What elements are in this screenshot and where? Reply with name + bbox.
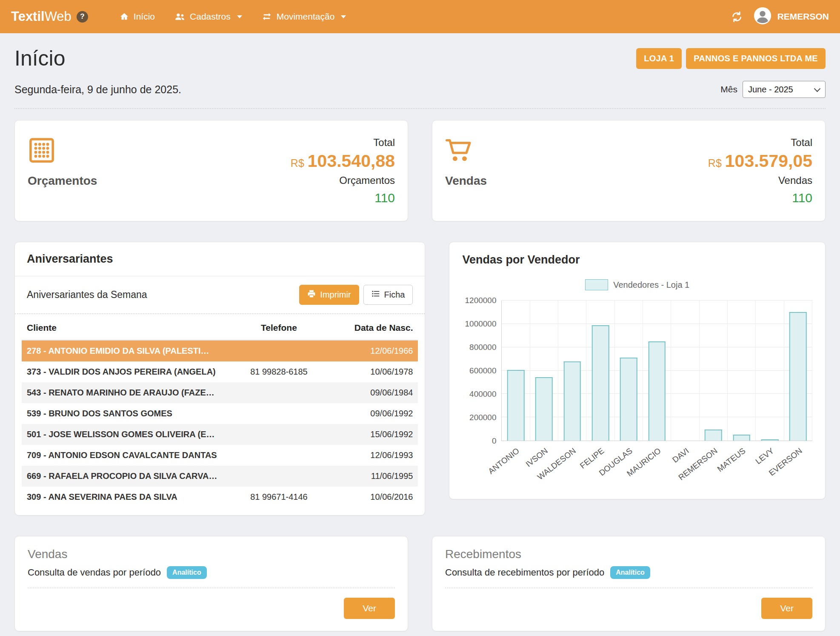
- list-icon: [371, 289, 380, 300]
- bar-douglas: [620, 358, 637, 441]
- birthday-row[interactable]: 709 - ANTONIO EDSON CAVALCANTE DANTAS12/…: [22, 445, 418, 466]
- y-tick-label: 600000: [469, 366, 496, 375]
- ver-vendas-button[interactable]: Ver: [344, 598, 395, 619]
- chevron-down-icon: [237, 15, 242, 18]
- birthdays-panel: Aniversariantes Aniversariantes da Seman…: [14, 242, 425, 516]
- bar-antonio: [507, 370, 525, 441]
- nav-item-cadastros[interactable]: Cadastros: [166, 6, 251, 27]
- ver-recebimentos-button[interactable]: Ver: [761, 598, 812, 619]
- refresh-icon[interactable]: [731, 11, 743, 23]
- company-button[interactable]: PANNOS E PANNOS LTDA ME: [686, 48, 826, 69]
- y-tick-label: 1200000: [465, 296, 497, 305]
- orcamentos-card: Orçamentos Total R$103.540,88 Orçamentos…: [14, 120, 408, 221]
- chart-slot: [586, 301, 614, 441]
- birthday-row[interactable]: 543 - RENATO MARINHO DE ARAUJO (FAZE…09/…: [22, 382, 418, 403]
- birthday-row[interactable]: 539 - BRUNO DOS SANTOS GOMES09/06/1992: [22, 403, 418, 424]
- birthdate-cell: 09/06/1992: [332, 409, 413, 418]
- birthday-row[interactable]: 373 - VALDIR DOS ANJOS PEREIRA (ANGELA)8…: [22, 361, 418, 382]
- report-description: Consulta de recebimentos por período: [445, 567, 604, 578]
- client-cell: 278 - ANTONIO EMIDIO DA SILVA (PALESTI…: [27, 346, 226, 356]
- phone-cell: 81 99671-4146: [226, 492, 332, 502]
- bar-waldeson: [564, 361, 581, 441]
- ficha-button[interactable]: Ficha: [363, 285, 413, 305]
- client-cell: 669 - RAFAELA PROCOPIO DA SILVA CARVA…: [27, 471, 226, 481]
- analitico-badge: Analítico: [167, 566, 207, 579]
- chart-slot: [700, 301, 728, 441]
- help-icon[interactable]: ?: [77, 11, 88, 23]
- birthdate-cell: 09/06/1984: [332, 388, 413, 398]
- chart-slot: [784, 301, 812, 441]
- report-title: Vendas: [28, 547, 395, 561]
- bar-everson: [789, 312, 807, 441]
- divider: [14, 108, 826, 109]
- month-select[interactable]: June - 2025: [743, 81, 826, 98]
- page-title: Início: [14, 46, 66, 71]
- birthdate-cell: 10/06/1978: [332, 367, 413, 377]
- brand-text: TextilWeb: [11, 9, 71, 24]
- chart-slot: [728, 301, 756, 441]
- birthdate-cell: 15/06/1992: [332, 430, 413, 439]
- client-cell: 543 - RENATO MARINHO DE ARAUJO (FAZE…: [27, 388, 226, 398]
- user-menu[interactable]: REMERSON: [754, 7, 829, 27]
- column-data-nasc: Data de Nasc.: [332, 323, 413, 333]
- bar-chart: Vendedores - Loja 1 02000004000006000008…: [449, 269, 825, 499]
- report-description: Consulta de vendas por período: [28, 567, 161, 578]
- print-button[interactable]: Imprimir: [299, 285, 359, 305]
- analitico-badge: Analítico: [610, 566, 650, 579]
- chart-slot: [502, 301, 530, 441]
- birthday-row[interactable]: 278 - ANTONIO EMIDIO DA SILVA (PALESTI…1…: [22, 341, 418, 361]
- phone-cell: 81 99828-6185: [226, 367, 332, 377]
- chart-y-axis: 020000040000060000080000010000001200000: [462, 301, 501, 441]
- nav-item-label: Cadastros: [190, 11, 231, 22]
- column-cliente: Cliente: [27, 323, 226, 333]
- client-cell: 309 - ANA SEVERINA PAES DA SILVA: [27, 492, 226, 502]
- navbar-right: REMERSON: [731, 7, 829, 27]
- stat-value: R$103.579,05: [708, 150, 812, 172]
- birthday-row[interactable]: 669 - RAFAELA PROCOPIO DA SILVA CARVA…11…: [22, 466, 418, 487]
- y-tick-label: 400000: [469, 390, 496, 399]
- bar-mauricio: [649, 341, 666, 441]
- birthday-row[interactable]: 309 - ANA SEVERINA PAES DA SILVA81 99671…: [22, 487, 418, 507]
- legend-swatch: [585, 279, 608, 290]
- brand-logo[interactable]: TextilWeb ?: [11, 9, 88, 24]
- birthdate-cell: 12/06/1966: [332, 346, 413, 356]
- report-title: Recebimentos: [445, 547, 812, 561]
- client-cell: 501 - JOSE WELISSON GOMES OLIVEIRA (E…: [27, 430, 226, 439]
- stat-count: 110: [708, 189, 812, 206]
- client-cell: 709 - ANTONIO EDSON CAVALCANTE DANTAS: [27, 450, 226, 460]
- bar-mateus: [733, 435, 751, 441]
- birthdate-cell: 11/06/1995: [332, 471, 413, 481]
- current-date: Segunda-feira, 9 de junho de 2025.: [14, 83, 181, 96]
- user-name: REMERSON: [777, 11, 829, 22]
- chart-legend[interactable]: Vendedores - Loja 1: [462, 279, 812, 290]
- stat-label: Orçamentos: [28, 174, 97, 188]
- home-icon: [120, 12, 129, 21]
- x-slot: MATEUS: [728, 441, 756, 486]
- chart-x-axis: ANTONIOIVSONWALDESONFELIPEDOUGLASMAURICI…: [501, 441, 812, 486]
- x-tick-label: ANTONIO: [487, 446, 521, 476]
- chart-slot: [530, 301, 558, 441]
- y-tick-label: 800000: [469, 343, 496, 352]
- vendas-report-card: Vendas Consulta de vendas por período An…: [14, 536, 408, 631]
- birthday-row[interactable]: 501 - JOSE WELISSON GOMES OLIVEIRA (E…15…: [22, 424, 418, 445]
- birthdays-subtitle: Aniversariantes da Semana: [27, 289, 147, 301]
- chevron-down-icon: [341, 15, 346, 18]
- bar-remerson: [705, 430, 722, 441]
- exchange-icon: [262, 12, 272, 21]
- recebimentos-report-card: Recebimentos Consulta de recebimentos po…: [432, 536, 826, 631]
- x-tick-label: DAVI: [671, 446, 691, 465]
- birthdays-table: Cliente Telefone Data de Nasc. 278 - ANT…: [15, 314, 425, 515]
- store-button[interactable]: LOJA 1: [636, 48, 682, 69]
- column-telefone: Telefone: [226, 323, 332, 333]
- users-icon: [174, 12, 185, 21]
- birthdate-cell: 10/06/2016: [332, 492, 413, 502]
- bar-ivson: [535, 377, 553, 441]
- birthdate-cell: 12/06/1993: [332, 450, 413, 460]
- cart-icon: [445, 135, 487, 166]
- main-nav: Início Cadastros Movimentação: [111, 6, 354, 27]
- nav-item-inicio[interactable]: Início: [111, 6, 163, 27]
- x-tick-label: LEVY: [754, 446, 776, 466]
- bar-felipe: [592, 325, 609, 441]
- x-slot: EVERSON: [784, 441, 812, 486]
- nav-item-movimentacao[interactable]: Movimentação: [253, 6, 355, 27]
